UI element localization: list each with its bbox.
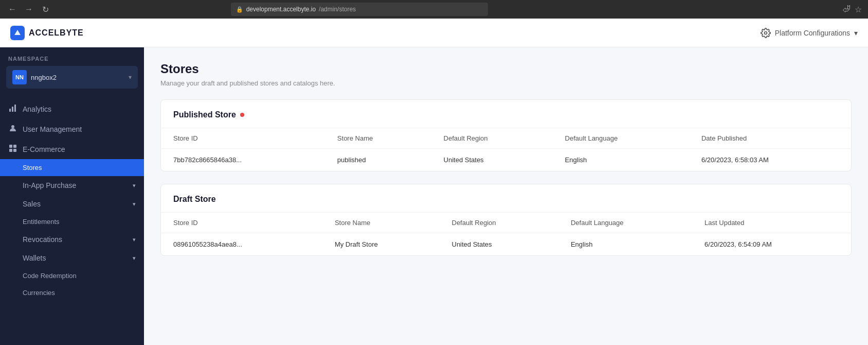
svg-rect-9 (13, 149, 16, 152)
draft-store-table-header-row: Store ID Store Name Default Region Defau… (161, 213, 851, 233)
url-path: /admin/stores (319, 6, 356, 13)
analytics-icon (8, 104, 17, 114)
col-last-updated: Last Updated (692, 213, 851, 233)
browser-right-icons: ⮰ ☆ (842, 5, 862, 14)
sidebar-item-revocations[interactable]: Revocations ▾ (0, 230, 144, 249)
namespace-label: NAMESPACE (0, 56, 144, 62)
sidebar-item-in-app-purchase[interactable]: In-App Purchase ▾ (0, 176, 144, 195)
reload-button[interactable]: ↻ (39, 3, 51, 15)
currencies-label: Currencies (23, 289, 55, 297)
analytics-label: Analytics (23, 105, 51, 113)
draft-store-region[interactable]: United States (440, 233, 558, 256)
wallets-chevron: ▾ (133, 255, 136, 262)
svg-rect-7 (13, 145, 16, 148)
in-app-purchase-chevron: ▾ (133, 182, 136, 189)
user-icon (8, 124, 17, 134)
draft-store-language: English (558, 233, 692, 256)
platform-config-chevron: ▾ (854, 29, 858, 37)
svg-rect-4 (14, 105, 16, 112)
page-subtitle: Manage your draft and published stores a… (160, 79, 852, 87)
published-store-date: 6/20/2023, 6:58:03 AM (689, 149, 851, 171)
sales-chevron: ▾ (133, 201, 136, 208)
published-store-section: Published Store Store ID Store Name Defa… (160, 99, 852, 171)
entitlements-label: Entitlements (23, 218, 60, 226)
sidebar-item-entitlements[interactable]: Entitlements (0, 213, 144, 230)
sidebar-item-user-management[interactable]: User Management (0, 119, 144, 139)
published-store-name: published (325, 149, 431, 171)
col-date-published: Date Published (689, 128, 851, 149)
namespace-selector[interactable]: NN nngbox2 ▾ (6, 66, 138, 89)
published-store-table: Store ID Store Name Default Region Defau… (161, 128, 851, 171)
page-title: Stores (160, 62, 852, 76)
main-layout: NAMESPACE NN nngbox2 ▾ Analytics (0, 47, 868, 345)
platform-config-button[interactable]: Platform Configurations ▾ (761, 28, 858, 38)
namespace-name: nngbox2 (31, 74, 124, 81)
draft-store-section: Draft Store Store ID Store Name Default … (160, 184, 852, 256)
col-store-name-published: Store Name (325, 128, 431, 149)
svg-rect-2 (9, 109, 11, 112)
svg-point-5 (11, 125, 14, 128)
code-redemption-label: Code Redemption (23, 272, 77, 280)
ecommerce-label: E-Commerce (23, 145, 65, 153)
col-default-language-draft: Default Language (558, 213, 692, 233)
published-store-region[interactable]: United States (431, 149, 553, 171)
draft-store-table: Store ID Store Name Default Region Defau… (161, 213, 851, 255)
revocations-label: Revocations (23, 235, 62, 244)
svg-rect-6 (9, 145, 12, 148)
namespace-avatar: NN (12, 70, 27, 84)
sidebar-item-currencies[interactable]: Currencies (0, 284, 144, 301)
col-store-name-draft: Store Name (322, 213, 440, 233)
app-header: ACCELBYTE Platform Configurations ▾ (0, 19, 868, 47)
col-default-region-draft: Default Region (440, 213, 558, 233)
col-default-region-published: Default Region (431, 128, 553, 149)
col-store-id-draft: Store ID (161, 213, 322, 233)
revocations-chevron: ▾ (133, 236, 136, 243)
col-default-language-published: Default Language (553, 128, 689, 149)
app-logo: ACCELBYTE (10, 26, 84, 40)
svg-rect-8 (9, 149, 12, 152)
browser-chrome: ← → ↻ 🔒 development.accelbyte.io /admin/… (0, 0, 868, 19)
sidebar-item-analytics[interactable]: Analytics (0, 99, 144, 119)
platform-config-label: Platform Configurations (775, 29, 850, 37)
url-bar[interactable]: 🔒 development.accelbyte.io /admin/stores (231, 3, 488, 16)
published-store-language: English (553, 149, 689, 171)
table-row[interactable]: 7bb782c8665846a38... published United St… (161, 149, 851, 171)
draft-store-id[interactable]: 08961055238a4aea8... (161, 233, 322, 256)
published-store-title: Published Store (173, 110, 236, 119)
stores-label: Stores (23, 164, 42, 171)
logo-text: ACCELBYTE (29, 28, 84, 38)
draft-store-last-updated: 6/20/2023, 6:54:09 AM (692, 233, 851, 256)
draft-store-header: Draft Store (161, 184, 851, 213)
wallets-label: Wallets (23, 254, 46, 262)
sidebar-item-stores[interactable]: Stores (0, 159, 144, 176)
lock-icon: 🔒 (236, 6, 243, 13)
published-store-header: Published Store (161, 100, 851, 128)
in-app-purchase-label: In-App Purchase (23, 181, 76, 189)
published-store-indicator (240, 113, 244, 117)
gear-icon (761, 28, 771, 38)
sidebar-item-ecommerce[interactable]: E-Commerce (0, 139, 144, 159)
logo-icon (10, 26, 25, 40)
namespace-chevron: ▾ (129, 74, 132, 81)
sales-label: Sales (23, 200, 41, 208)
published-store-id[interactable]: 7bb782c8665846a38... (161, 149, 325, 171)
svg-marker-0 (14, 30, 21, 35)
svg-rect-3 (12, 107, 13, 112)
sidebar: NAMESPACE NN nngbox2 ▾ Analytics (0, 47, 144, 345)
forward-button[interactable]: → (23, 3, 35, 15)
sidebar-item-code-redemption[interactable]: Code Redemption (0, 267, 144, 284)
col-store-id-published: Store ID (161, 128, 325, 149)
star-icon[interactable]: ☆ (855, 5, 862, 14)
draft-store-title: Draft Store (173, 195, 216, 204)
user-management-label: User Management (23, 125, 82, 133)
table-row[interactable]: 08961055238a4aea8... My Draft Store Unit… (161, 233, 851, 256)
back-button[interactable]: ← (6, 3, 19, 15)
share-icon[interactable]: ⮰ (842, 5, 851, 14)
content-area: Stores Manage your draft and published s… (144, 47, 868, 345)
url-base: development.accelbyte.io (246, 6, 316, 13)
sidebar-item-wallets[interactable]: Wallets ▾ (0, 249, 144, 267)
sidebar-item-sales[interactable]: Sales ▾ (0, 195, 144, 213)
ecommerce-icon (8, 144, 17, 154)
published-store-table-header-row: Store ID Store Name Default Region Defau… (161, 128, 851, 149)
draft-store-name: My Draft Store (322, 233, 440, 256)
